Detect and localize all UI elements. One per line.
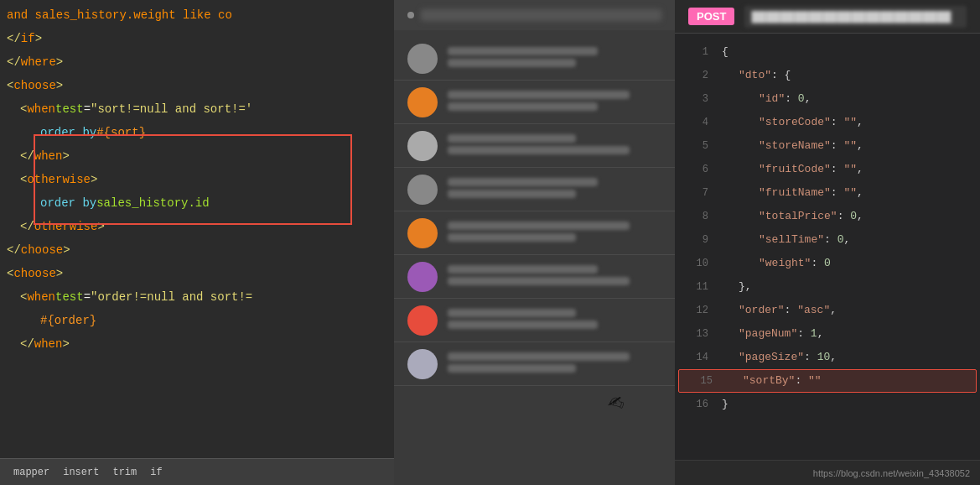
json-line: 5 "storeName": "",	[675, 134, 980, 158]
list-item[interactable]	[394, 124, 675, 168]
code-text: when	[27, 97, 55, 121]
json-value: 0	[798, 92, 805, 105]
code-text: >	[56, 262, 63, 285]
blurred-text	[448, 233, 576, 242]
toolbar-item-trim[interactable]: trim	[112, 467, 137, 478]
line-number: 15	[686, 369, 713, 393]
line-number: 7	[682, 181, 708, 205]
code-text: when	[34, 332, 63, 356]
json-text: },	[739, 275, 752, 299]
code-text: #{order}	[40, 309, 96, 332]
code-text: </	[7, 50, 21, 74]
list-item[interactable]	[394, 342, 675, 386]
line-number: 3	[682, 87, 708, 111]
line-number: 12	[682, 299, 708, 322]
json-text: "totalPrice": 0,	[759, 205, 863, 228]
code-text: </	[20, 144, 34, 168]
line-number: 8	[682, 205, 708, 228]
blurred-text	[448, 134, 576, 143]
json-line: 8 "totalPrice": 0,	[675, 205, 980, 228]
code-line: #{order}	[0, 309, 394, 332]
line-number: 16	[682, 393, 708, 416]
code-text: when	[34, 144, 63, 168]
json-punctuation: :	[831, 186, 844, 199]
line-number: 4	[682, 111, 708, 134]
code-text: >	[35, 27, 42, 50]
code-line: <choose>	[0, 262, 394, 285]
json-punctuation: ,	[857, 163, 863, 175]
json-text: "weight": 0	[759, 252, 831, 275]
json-key: "order"	[739, 304, 785, 316]
blurred-text	[448, 47, 598, 55]
code-line: <choose>	[0, 74, 394, 97]
json-text: }	[722, 393, 729, 416]
blurred-text	[448, 309, 576, 317]
header-text	[421, 9, 661, 21]
code-line: </where>	[0, 50, 394, 74]
code-text: order by	[40, 191, 96, 215]
json-value: 0	[850, 210, 857, 222]
code-text: choose	[21, 238, 63, 262]
json-punctuation: ,	[843, 233, 850, 246]
json-punctuation: : {	[771, 69, 791, 81]
list-item[interactable]	[394, 255, 675, 299]
item-text	[448, 134, 661, 158]
list-item[interactable]	[394, 211, 675, 255]
right-footer: https://blog.csdn.net/weixin_43438052	[675, 460, 980, 485]
code-line: order by #{sort}	[0, 121, 394, 144]
json-punctuation: ,	[857, 139, 863, 152]
json-key: "storeCode"	[759, 116, 831, 128]
header-dot	[407, 12, 414, 18]
json-punctuation: :	[824, 233, 837, 246]
footer-link[interactable]: https://blog.csdn.net/weixin_43438052	[813, 468, 970, 478]
json-key: "pageNum"	[739, 327, 797, 340]
item-text	[448, 91, 661, 114]
blurred-text	[448, 146, 630, 154]
toolbar-item-mapper[interactable]: mapper	[13, 467, 49, 478]
code-text: choose	[13, 74, 55, 97]
api-request-header: POST ████████████████████████████	[675, 0, 980, 34]
json-punctuation: :	[831, 116, 844, 128]
code-line: </choose>	[0, 238, 394, 262]
url-input[interactable]: ████████████████████████████	[744, 6, 967, 28]
code-text: if	[21, 27, 35, 50]
json-text: "pageSize": 10,	[739, 346, 837, 369]
list-item[interactable]	[394, 37, 675, 81]
json-punctuation: :	[785, 92, 798, 105]
list-item[interactable]	[394, 81, 675, 124]
json-line: 6 "fruitCode": "",	[675, 158, 980, 181]
json-body: 1 { 2 "dto": { 3 "id": 0, 4	[675, 34, 980, 460]
http-method-badge: POST	[688, 8, 734, 25]
code-line: </when>	[0, 332, 394, 356]
toolbar-item-if[interactable]: if	[150, 467, 162, 478]
item-text	[448, 178, 661, 201]
sortby-line: 15 "sortBy": ""	[678, 369, 977, 393]
toolbar-item-insert[interactable]: insert	[63, 467, 99, 478]
json-punctuation: :	[831, 139, 844, 152]
json-text: "pageNum": 1,	[739, 322, 823, 346]
code-text: "order!=null and sort!=	[91, 285, 252, 309]
avatar	[407, 305, 438, 336]
code-text: >	[97, 215, 104, 238]
code-line: and sales_history.weight like co	[0, 3, 394, 27]
json-punctuation: :	[804, 351, 817, 363]
code-text: <	[20, 285, 27, 309]
middle-panel: ✍️	[394, 0, 675, 485]
code-line: </if>	[0, 27, 394, 50]
list-item[interactable]	[394, 168, 675, 211]
json-punctuation: :	[811, 257, 824, 269]
json-line: 14 "pageSize": 10,	[675, 346, 980, 369]
json-key: "id"	[759, 92, 785, 105]
code-text: >	[56, 74, 63, 97]
json-text: "storeCode": "",	[759, 111, 863, 134]
blurred-text	[448, 91, 630, 99]
json-key: "pageSize"	[739, 351, 804, 363]
json-text: "dto": {	[739, 64, 791, 87]
avatar	[407, 175, 438, 205]
code-text: otherwise	[34, 215, 98, 238]
code-line: order by sales_history.id	[0, 191, 394, 215]
json-punctuation: ,	[805, 92, 811, 105]
list-item[interactable]	[394, 299, 675, 342]
code-text: =	[84, 285, 91, 309]
json-key: "storeName"	[759, 139, 831, 152]
